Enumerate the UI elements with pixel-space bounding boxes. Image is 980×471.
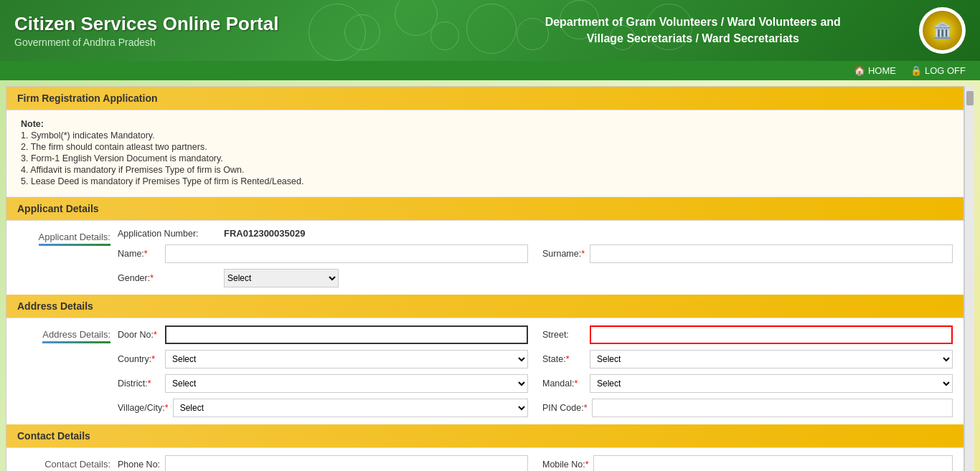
logo-emblem: 🏛️ [923,11,962,50]
country-select[interactable]: Select [165,350,528,368]
app-number-label: Application Number: [118,229,218,239]
contact-section: Contact Details: Phone No: Mobile No:* [6,448,963,471]
name-label: Name:* [118,249,161,259]
address-section-header: Address Details [6,295,963,318]
app-number-value: FRA012300035029 [224,228,305,239]
home-link[interactable]: 🏠 HOME [854,65,896,76]
navbar: 🏠 HOME 🔒 LOG OFF [0,61,980,80]
applicant-label-col: Applicant Details: [17,228,118,287]
note-2: 2. The firm should contain atleast two p… [21,142,949,152]
applicant-section-header: Applicant Details [6,197,963,221]
home-label: HOME [868,65,896,76]
logoff-label: LOG OFF [925,65,966,76]
country-label: Country:* [118,354,161,364]
state-field: State:* Select [542,350,953,368]
mobile-input[interactable] [593,455,953,471]
surname-field: Surname:* [542,244,953,263]
header-left: Citizen Services Online Portal Governmen… [14,13,467,48]
name-row: Name:* Surname:* [118,244,953,263]
gender-row: Gender:* Select Male Female Other [118,269,953,287]
note-3: 3. Form-1 English Version Document is ma… [21,153,949,163]
name-field: Name:* [118,244,528,263]
state-label: State:* [542,354,585,364]
pin-label: PIN Code:* [542,403,588,413]
surname-label: Surname:* [542,249,585,259]
village-pin-row: Village/City:* Select PIN Code:* [118,399,953,417]
mobile-field: Mobile No:* [542,455,953,471]
district-mandal-row: District:* Select Mandal:* Select [118,374,953,393]
street-field: Street: [542,325,953,344]
door-no-label: Door No:* [118,330,161,340]
village-field: Village/City:* Select [118,399,528,417]
country-field: Country:* Select [118,350,528,368]
phone-field: Phone No: [118,455,528,471]
dept-line1: Department of Gram Volunteers / Ward Vol… [467,14,920,30]
notes-title: Note: [21,119,949,129]
contact-section-header: Contact Details [6,424,963,448]
pin-field: PIN Code:* [542,399,953,417]
gender-label: Gender:* [118,273,218,283]
applicant-form: Application Number: FRA012300035029 Name… [118,228,953,287]
dept-info: Department of Gram Volunteers / Ward Vol… [467,14,920,47]
contact-form: Phone No: Mobile No:* Fax [118,455,953,471]
note-1: 1. Symbol(*) indicates Mandatory. [21,130,949,141]
mobile-label: Mobile No:* [542,460,589,470]
state-select[interactable]: Select [590,350,953,368]
district-field: District:* Select [118,374,528,393]
portal-title: Citizen Services Online Portal [14,13,467,35]
surname-input[interactable] [590,244,953,263]
name-input[interactable] [165,244,528,263]
home-icon: 🏠 [854,65,865,76]
page-background: Firm Registration Application Note: 1. S… [0,80,980,471]
door-no-field: Door No:* [118,325,528,344]
logo: 🏛️ [919,7,966,54]
address-label-col: Address Details: [17,325,118,417]
mandal-label: Mandal:* [542,379,585,389]
door-no-input[interactable] [165,325,528,344]
address-section: Address Details: Door No:* Street: [6,318,963,424]
note-5: 5. Lease Deed is mandatory if Premises T… [21,176,949,186]
district-label: District:* [118,379,161,389]
phone-mobile-row: Phone No: Mobile No:* [118,455,953,471]
app-number-row: Application Number: FRA012300035029 [118,228,953,239]
dept-line2: Village Secretariats / Ward Secretariats [467,31,920,47]
logoff-link[interactable]: 🔒 LOG OFF [910,65,966,76]
village-select[interactable]: Select [173,399,528,417]
note-4: 4. Affidavit is mandatory if Premises Ty… [21,165,949,175]
gender-select[interactable]: Select Male Female Other [224,269,339,287]
district-select[interactable]: Select [165,374,528,393]
pin-input[interactable] [592,399,953,417]
street-input[interactable] [590,325,953,344]
phone-label: Phone No: [118,460,161,470]
header: Citizen Services Online Portal Governmen… [0,0,980,61]
village-label: Village/City:* [118,403,169,413]
portal-subtitle: Government of Andhra Pradesh [14,37,467,48]
applicant-section-label: Applicant Details: [39,232,110,246]
content-box: Firm Registration Application Note: 1. S… [6,86,964,471]
address-section-label: Address Details: [42,329,110,343]
contact-section-label: Contact Details: [44,459,110,471]
notes-section: Note: 1. Symbol(*) indicates Mandatory. … [6,110,963,197]
scroll-thumb[interactable] [966,91,974,105]
phone-input[interactable] [165,455,528,471]
scrollbar[interactable] [964,86,974,471]
page-title: Firm Registration Application [6,87,963,110]
contact-label-col: Contact Details: [17,455,118,471]
mandal-field: Mandal:* Select [542,374,953,393]
country-state-row: Country:* Select State:* Select [118,350,953,368]
address-form: Door No:* Street: Country [118,325,953,417]
street-label: Street: [542,330,585,340]
door-street-row: Door No:* Street: [118,325,953,344]
applicant-section: Applicant Details: Application Number: F… [6,221,963,295]
mandal-select[interactable]: Select [590,374,953,393]
lock-icon: 🔒 [910,65,922,76]
